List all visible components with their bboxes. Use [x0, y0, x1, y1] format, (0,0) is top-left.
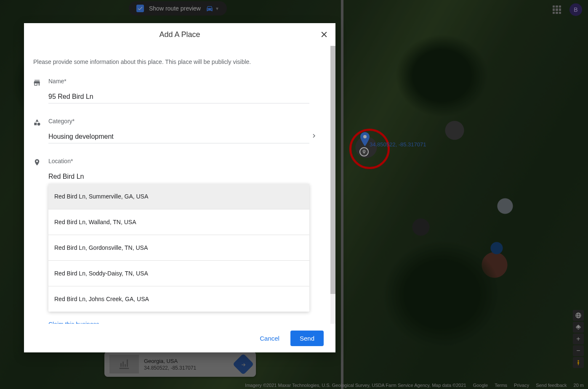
name-input[interactable] — [48, 90, 309, 103]
category-icon — [33, 119, 41, 128]
add-place-modal: Add A Place Please provide some informat… — [24, 23, 335, 352]
modal-title: Add A Place — [159, 30, 200, 39]
send-button[interactable]: Send — [290, 331, 324, 346]
suggestion-item[interactable]: Red Bird Ln, Johns Creek, GA, USA — [48, 286, 309, 312]
suggestion-item[interactable]: Red Bird Ln, Summerville, GA, USA — [48, 184, 309, 209]
suggestion-item[interactable]: Red Bird Ln, Walland, TN, USA — [48, 209, 309, 235]
suggestion-item[interactable]: Red Bird Ln, Gordonsville, TN, USA — [48, 235, 309, 261]
location-input[interactable] — [48, 170, 309, 183]
claim-business-link[interactable]: Claim this business — [48, 321, 326, 324]
cancel-button[interactable]: Cancel — [253, 331, 286, 346]
category-label: Category* — [48, 118, 74, 124]
intro-text: Please provide some information about th… — [33, 58, 326, 65]
name-label: Name* — [48, 78, 67, 85]
modal-scroll-area[interactable]: Please provide some information about th… — [24, 46, 335, 324]
chevron-right-icon[interactable] — [310, 132, 318, 141]
close-icon[interactable] — [319, 30, 329, 39]
store-icon — [33, 79, 41, 88]
location-suggestions-dropdown: Red Bird Ln, Summerville, GA, USA Red Bi… — [48, 184, 309, 312]
category-input[interactable] — [48, 130, 309, 143]
suggestion-item[interactable]: Red Bird Ln, Soddy-Daisy, TN, USA — [48, 261, 309, 286]
location-pin-icon — [33, 159, 41, 168]
location-label: Location* — [48, 158, 73, 164]
